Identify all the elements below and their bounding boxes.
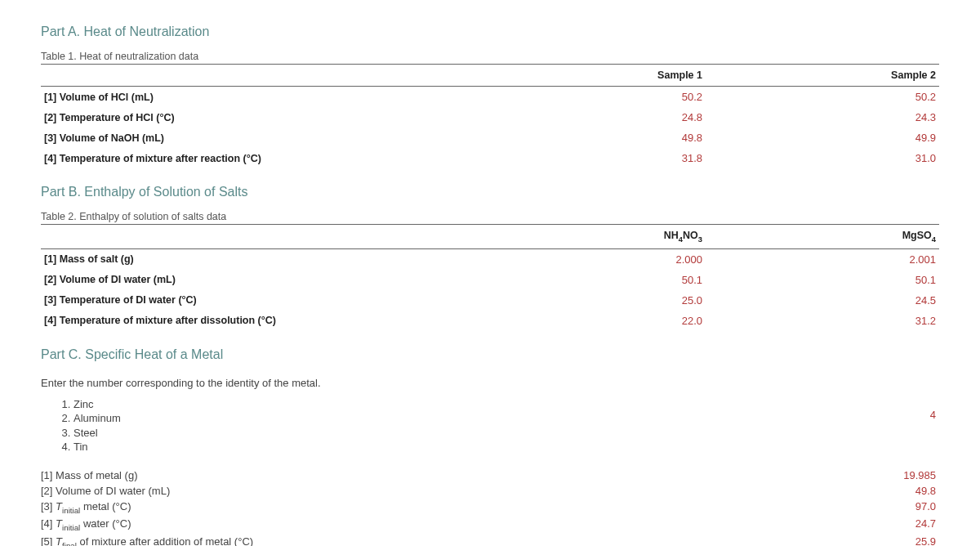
table-row: [2] Temperature of HCl (°C) 24.8 24.3 [41, 107, 939, 128]
cell-value: 31.8 [598, 148, 706, 168]
cell-value: 50.1 [598, 270, 706, 290]
cell-value: 24.7 [915, 517, 936, 532]
row-label: [5] Tfinal of mixture after addition of … [41, 535, 915, 546]
cell-value: 49.8 [598, 128, 706, 148]
cell-value: 19.985 [903, 469, 936, 481]
cell-value: 25.0 [598, 290, 706, 311]
table-row: [4] Temperature of mixture after reactio… [41, 148, 939, 168]
row-label: [2] Volume of DI water (mL) [41, 270, 598, 290]
part-b-title: Part B. Enthalpy of Solution of Salts [41, 185, 939, 199]
table-row: [1] Volume of HCl (mL) 50.2 50.2 [41, 87, 939, 108]
cell-value: 2.000 [598, 248, 706, 270]
table1-col2-header: Sample 2 [706, 65, 939, 87]
row-label: [3] Volume of NaOH (mL) [41, 128, 598, 148]
table1-caption: Table 1. Heat of neutralization data [41, 51, 939, 62]
row-label: [1] Mass of metal (g) [41, 469, 903, 481]
list-item: Steel [74, 426, 121, 441]
list-item: Tin [74, 440, 121, 454]
table2-col1-header: NH4NO3 [598, 225, 706, 249]
table1-col1-header: Sample 1 [598, 65, 706, 87]
list-item: Zinc [74, 397, 121, 412]
cell-value: 50.2 [706, 87, 939, 108]
cell-value: 31.0 [706, 148, 939, 168]
row-label: [2] Volume of DI water (mL) [41, 485, 915, 497]
cell-value: 50.1 [706, 270, 939, 290]
cell-value: 2.001 [706, 248, 939, 270]
cell-value: 24.3 [706, 107, 939, 128]
metal-list: Zinc Aluminum Steel Tin [74, 397, 121, 454]
row-label: [2] Temperature of HCl (°C) [41, 107, 598, 128]
table-row: [1] Mass of salt (g) 2.000 2.001 [41, 248, 939, 270]
row-label: [1] Mass of salt (g) [41, 248, 598, 270]
table-row: [2] Volume of DI water (mL) 50.1 50.1 [41, 270, 939, 290]
cell-value: 97.0 [915, 500, 936, 515]
row-label: [1] Volume of HCl (mL) [41, 87, 598, 108]
table2-caption: Table 2. Enthalpy of solution of salts d… [41, 211, 939, 222]
table-row: [3] Volume of NaOH (mL) 49.8 49.9 [41, 128, 939, 148]
cell-value: 49.8 [915, 485, 936, 497]
table-row: [3] Temperature of DI water (°C) 25.0 24… [41, 290, 939, 311]
row-label: [4] Temperature of mixture after dissolu… [41, 311, 598, 331]
list-item: Aluminum [74, 411, 121, 426]
row-label: [4] Tinitial water (°C) [41, 517, 915, 532]
table-row: [2] Volume of DI water (mL) 49.8 [41, 483, 939, 499]
partc-instruction: Enter the number corresponding to the id… [41, 377, 939, 389]
table-row: [4] Temperature of mixture after dissolu… [41, 311, 939, 331]
cell-value: 24.8 [598, 107, 706, 128]
row-label: [3] Tinitial metal (°C) [41, 500, 915, 515]
table-row: [1] Mass of metal (g) 19.985 [41, 468, 939, 483]
table2-col2-header: MgSO4 [706, 225, 939, 249]
part-a-title: Part A. Heat of Neutralization [41, 25, 939, 39]
part-c-title: Part C. Specific Heat of a Metal [41, 347, 939, 362]
cell-value: 49.9 [706, 128, 939, 148]
table-row: [5] Tfinal of mixture after addition of … [41, 534, 939, 546]
cell-value: 22.0 [598, 311, 706, 331]
cell-value: 25.9 [915, 535, 936, 546]
row-label: [4] Temperature of mixture after reactio… [41, 148, 598, 168]
row-label: [3] Temperature of DI water (°C) [41, 290, 598, 311]
cell-value: 31.2 [706, 311, 939, 331]
table-row: [3] Tinitial metal (°C) 97.0 [41, 499, 939, 517]
table2: NH4NO3 MgSO4 [1] Mass of salt (g) 2.000 … [41, 224, 939, 331]
table1: Sample 1 Sample 2 [1] Volume of HCl (mL)… [41, 64, 939, 168]
metal-identity-answer: 4 [930, 397, 939, 421]
cell-value: 24.5 [706, 290, 939, 311]
table-row: [4] Tinitial water (°C) 24.7 [41, 516, 939, 534]
cell-value: 50.2 [598, 87, 706, 108]
partc-measurements: [1] Mass of metal (g) 19.985 [2] Volume … [41, 468, 939, 546]
